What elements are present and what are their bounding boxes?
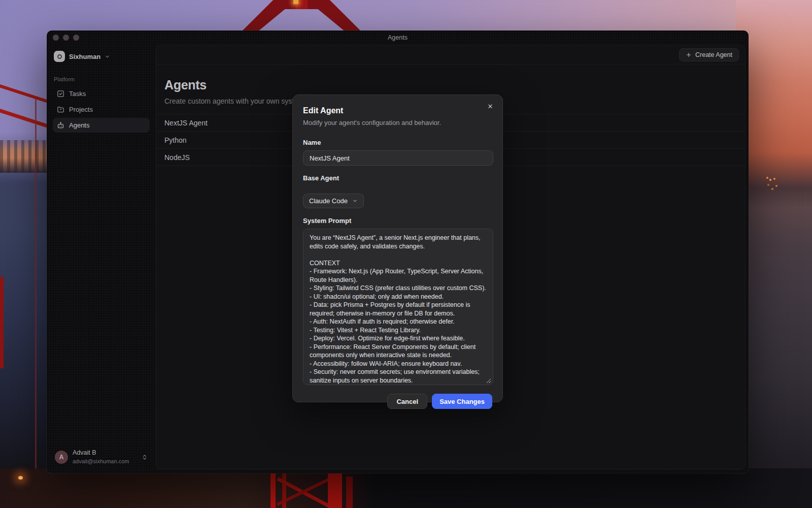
wallpaper-foreground: [0, 468, 812, 508]
bridge-lattice: [270, 473, 276, 508]
distant-tower-lights: [766, 177, 768, 179]
dialog-description: Modify your agent's configuration and be…: [303, 119, 492, 126]
bridge-lattice: [346, 477, 353, 508]
bridge-structure-left: [0, 277, 4, 368]
base-agent-select[interactable]: Claude Code: [303, 194, 364, 208]
close-icon[interactable]: ✕: [485, 102, 495, 112]
name-label: Name: [303, 139, 492, 146]
edit-agent-dialog: ✕ Edit Agent Modify your agent's configu…: [292, 94, 503, 402]
bridge-suspender-cable: [35, 99, 37, 470]
save-changes-button[interactable]: Save Changes: [432, 394, 492, 409]
cancel-button[interactable]: Cancel: [387, 394, 427, 409]
street-lamp-glow: [18, 476, 23, 480]
chevron-down-icon: [352, 198, 358, 204]
bridge-lattice: [328, 473, 342, 508]
dialog-footer: Cancel Save Changes: [303, 394, 492, 409]
name-input[interactable]: [303, 150, 493, 166]
desktop: Agents Sixhuman Platform Tasks Projects …: [0, 0, 812, 508]
dialog-title: Edit Agent: [303, 106, 492, 115]
system-prompt-textarea[interactable]: You are “NextJS Agent”, a senior Next.js…: [303, 229, 493, 385]
base-agent-value: Claude Code: [309, 197, 348, 205]
wallpaper-city-skyline: [0, 140, 48, 173]
system-prompt-label: System Prompt: [303, 217, 492, 225]
base-agent-label: Base Agent: [303, 174, 492, 182]
system-prompt-field: You are “NextJS Agent”, a senior Next.js…: [303, 229, 492, 385]
app-window: Agents Sixhuman Platform Tasks Projects …: [47, 30, 749, 473]
bridge-tower-light: [293, 0, 298, 4]
